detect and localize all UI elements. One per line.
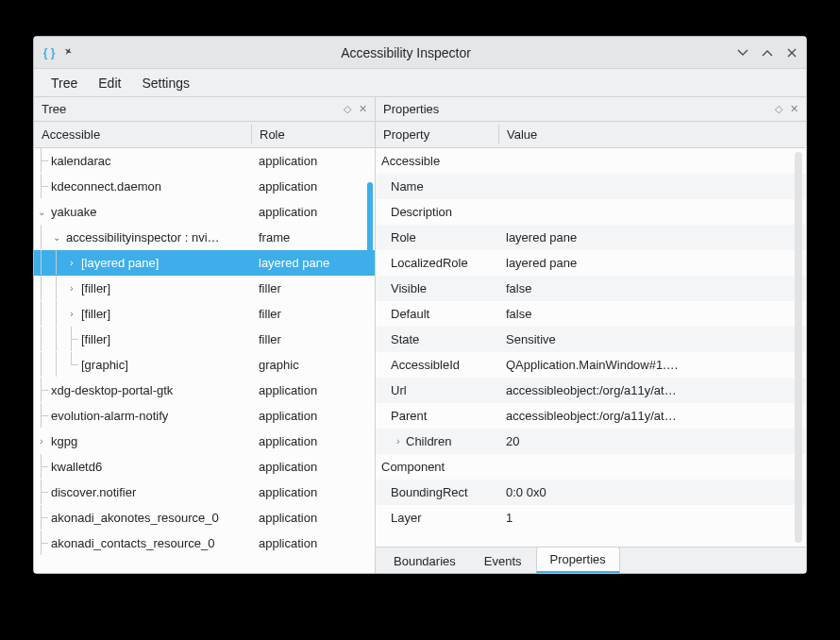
tree-row-role: application <box>251 480 317 504</box>
properties-pane: Properties ◇ ✕ Property Value Accessible… <box>376 97 806 573</box>
menubar: Tree Edit Settings <box>34 69 806 97</box>
menu-tree[interactable]: Tree <box>42 72 87 94</box>
property-value: Sensitive <box>498 332 806 346</box>
tree-row[interactable]: xdg-desktop-portal-gtkapplication <box>34 378 375 403</box>
property-row[interactable]: Parentaccessibleobject:/org/a11y/at… <box>376 403 806 429</box>
property-name: Children <box>406 434 451 448</box>
property-value: false <box>498 281 806 295</box>
tree-row-name: kwalletd6 <box>49 460 102 474</box>
maximize-button[interactable] <box>761 46 774 59</box>
property-row[interactable]: StateSensitive <box>376 327 806 352</box>
tree-row-name: [filler] <box>79 281 110 295</box>
property-value: accessibleobject:/org/a11y/at… <box>498 409 806 423</box>
tree-row-name: accessibilityinspector : nvi… <box>64 230 220 244</box>
tree-row[interactable]: akonadi_contacts_resource_0application <box>34 531 375 556</box>
tree-row-role: application <box>251 403 317 428</box>
tree-col-role[interactable]: Role <box>252 122 293 147</box>
tab-boundaries[interactable]: Boundaries <box>379 548 470 573</box>
property-row[interactable]: Urlaccessibleobject:/org/a11y/at… <box>376 378 806 403</box>
property-row[interactable]: ›Children20 <box>376 429 806 454</box>
tree-col-accessible[interactable]: Accessible <box>34 122 251 147</box>
tree-scrollbar[interactable] <box>367 182 373 273</box>
minimize-button[interactable] <box>736 46 749 59</box>
properties-pane-close-icon[interactable]: ✕ <box>790 103 798 115</box>
property-value: 0:0 0x0 <box>498 485 806 499</box>
properties-view[interactable]: AccessibleNameDescriptionRolelayered pan… <box>376 148 806 547</box>
property-name: Role <box>391 230 416 244</box>
tree-row-role: frame <box>251 225 290 249</box>
tree-row[interactable]: ›[layered pane]layered pane <box>34 250 375 276</box>
property-row[interactable]: Rolelayered pane <box>376 225 806 250</box>
menu-settings[interactable]: Settings <box>132 72 199 94</box>
properties-pane-float-icon[interactable]: ◇ <box>775 103 782 115</box>
tree-row[interactable]: akonadi_akonotes_resource_0application <box>34 505 375 531</box>
tree-row-name: kgpg <box>49 434 77 448</box>
tree-row[interactable]: kwalletd6application <box>34 454 375 480</box>
property-row[interactable]: AccessibleIdQApplication.MainWindow#1.… <box>376 352 806 378</box>
chevron-right-icon[interactable]: › <box>34 436 49 446</box>
close-button[interactable] <box>785 46 798 59</box>
menu-edit[interactable]: Edit <box>89 72 130 94</box>
tree-row[interactable]: [graphic]graphic <box>34 352 375 378</box>
property-row[interactable]: Layer1 <box>376 505 806 531</box>
property-group[interactable]: Accessible <box>376 148 806 174</box>
props-columns: Property Value <box>376 122 806 148</box>
tab-events[interactable]: Events <box>470 548 536 573</box>
property-value: QApplication.MainWindow#1.… <box>498 358 806 372</box>
tree-row-name: kalendarac <box>49 154 111 168</box>
chevron-down-icon[interactable]: ⌄ <box>34 207 49 217</box>
tree-row-role: filler <box>251 327 281 351</box>
chevron-down-icon[interactable]: ⌄ <box>49 232 64 243</box>
tree-row-name: [filler] <box>79 307 110 321</box>
tree-row[interactable]: kdeconnect.daemonapplication <box>34 174 375 199</box>
tree-row[interactable]: kalendaracapplication <box>34 148 375 174</box>
tree-pane-title: Tree <box>42 102 336 116</box>
chevron-right-icon[interactable]: › <box>64 258 79 268</box>
property-group[interactable]: Component <box>376 454 806 480</box>
property-name: LocalizedRole <box>391 256 468 270</box>
tree-row[interactable]: ⌄accessibilityinspector : nvi…frame <box>34 225 375 250</box>
tree-row-name: discover.notifier <box>49 485 136 499</box>
tree-row[interactable]: ›[filler]filler <box>34 276 375 301</box>
tree-row-role: layered pane <box>251 250 329 275</box>
property-name: Parent <box>391 409 427 423</box>
property-row[interactable]: Description <box>376 199 806 225</box>
property-row[interactable]: LocalizedRolelayered pane <box>376 250 806 276</box>
props-col-value[interactable]: Value <box>499 122 545 147</box>
property-value: layered pane <box>498 230 806 244</box>
property-value: layered pane <box>498 256 806 270</box>
tree-row[interactable]: evolution-alarm-notifyapplication <box>34 403 375 429</box>
titlebar: { } Accessibility Inspector <box>34 37 806 69</box>
property-value: false <box>498 307 806 321</box>
properties-scrollbar[interactable] <box>795 152 802 543</box>
chevron-right-icon[interactable]: › <box>64 309 79 319</box>
tree-row[interactable]: discover.notifierapplication <box>34 480 375 505</box>
tree-columns: Accessible Role <box>34 122 375 148</box>
tree-pane-float-icon[interactable]: ◇ <box>344 103 351 115</box>
chevron-right-icon[interactable]: › <box>64 283 79 294</box>
props-col-property[interactable]: Property <box>376 122 498 147</box>
tree-view[interactable]: kalendaracapplicationkdeconnect.daemonap… <box>34 148 375 573</box>
property-value: accessibleobject:/org/a11y/at… <box>498 383 806 397</box>
property-row[interactable]: Defaultfalse <box>376 301 806 327</box>
property-name: Component <box>376 460 445 474</box>
tree-row[interactable]: [filler]filler <box>34 327 375 352</box>
tree-row-role: graphic <box>251 352 299 377</box>
tree-row[interactable]: ›kgpgapplication <box>34 429 375 454</box>
tree-row-role: application <box>251 429 317 453</box>
tree-row[interactable]: ›[filler]filler <box>34 301 375 327</box>
tree-row-role: application <box>251 174 317 198</box>
tree-row-role: application <box>251 531 317 555</box>
tab-properties[interactable]: Properties <box>536 547 620 573</box>
window-title: Accessibility Inspector <box>76 45 736 60</box>
tree-row[interactable]: ⌄yakuakeapplication <box>34 199 375 225</box>
tree-pane-close-icon[interactable]: ✕ <box>359 103 367 115</box>
property-row[interactable]: BoundingRect0:0 0x0 <box>376 480 806 505</box>
tree-row-role: application <box>251 378 317 402</box>
pin-icon[interactable] <box>62 46 76 59</box>
property-row[interactable]: Visiblefalse <box>376 276 806 301</box>
property-row[interactable]: Name <box>376 174 806 199</box>
chevron-right-icon[interactable]: › <box>391 436 406 446</box>
property-name: Name <box>391 179 424 194</box>
tree-row-role: application <box>251 199 317 224</box>
